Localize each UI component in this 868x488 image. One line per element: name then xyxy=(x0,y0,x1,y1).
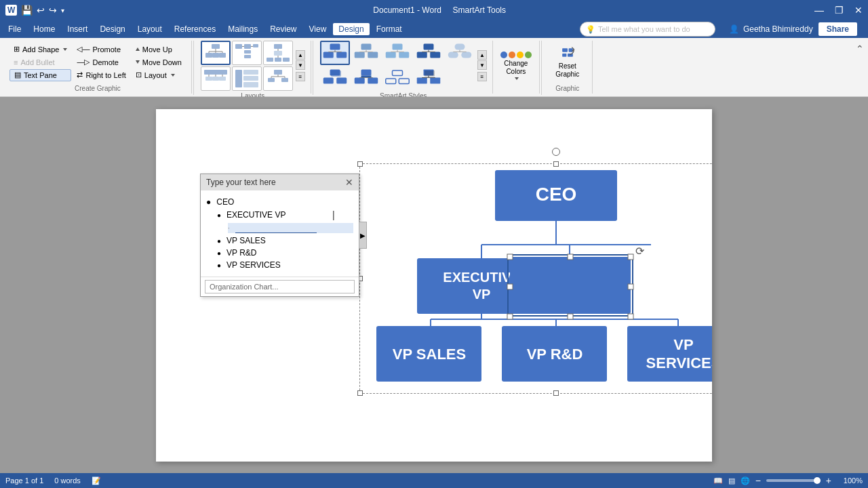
redo-icon[interactable]: ↪ xyxy=(49,5,57,16)
text-pane-button[interactable]: ▤ Text Pane xyxy=(9,69,71,81)
styles-scroll-more[interactable]: ≡ xyxy=(477,72,487,81)
zoom-thumb[interactable] xyxy=(814,477,821,484)
layout-btn-6[interactable] xyxy=(263,66,293,91)
empty-text-input[interactable] xyxy=(235,223,317,233)
user-info[interactable]: 👤 Geetha Bhimireddy xyxy=(729,24,813,34)
smartart-style-8[interactable] xyxy=(382,66,412,91)
list-item-evp[interactable]: ● | xyxy=(206,208,353,222)
menu-file[interactable]: File xyxy=(3,23,26,35)
menu-design[interactable]: Design xyxy=(94,23,130,35)
layout-btn-3[interactable] xyxy=(263,41,293,65)
text-pane-close-button[interactable]: ✕ xyxy=(345,177,353,188)
menu-layout[interactable]: Layout xyxy=(132,23,167,35)
create-graphic-items: ⊞ Add Shape ≡ Add Bullet ▤ Text Pane xyxy=(9,41,186,83)
svg-rect-64 xyxy=(461,52,471,58)
menu-design-smartart[interactable]: Design xyxy=(333,23,369,35)
smartart-style-6[interactable] xyxy=(320,66,350,91)
handle-tm[interactable] xyxy=(553,161,559,167)
moveup-col: Move Up Move Down ⊡ Layout xyxy=(132,43,186,81)
move-up-button[interactable]: Move Up xyxy=(132,43,186,56)
menu-references[interactable]: References xyxy=(169,23,221,35)
ribbon: ⊞ Add Shape ≡ Add Bullet ▤ Text Pane xyxy=(0,38,868,97)
add-bullet-button[interactable]: ≡ Add Bullet xyxy=(9,56,71,68)
menu-insert[interactable]: Insert xyxy=(62,23,93,35)
menu-format[interactable]: Format xyxy=(371,23,408,35)
ceo-bullet: ● xyxy=(206,197,211,207)
text-pane-header[interactable]: Type your text here ✕ xyxy=(201,174,359,190)
smartart-style-1[interactable] xyxy=(320,41,350,65)
zoom-in-icon[interactable]: + xyxy=(826,475,831,486)
create-graphic-label: Create Graphic xyxy=(9,83,186,94)
smartart-style-2[interactable] xyxy=(351,41,381,65)
layouts-scroll-more[interactable]: ≡ xyxy=(296,72,305,81)
collapse-ribbon[interactable]: ⌃ xyxy=(856,41,864,94)
zoom-out-icon[interactable]: − xyxy=(755,475,761,486)
proofing-icon[interactable]: 📝 xyxy=(92,476,101,485)
list-item-ceo[interactable]: ● xyxy=(206,196,353,208)
smartart-style-3[interactable] xyxy=(382,41,412,65)
move-down-button[interactable]: Move Down xyxy=(132,56,186,68)
reset-graphic-button[interactable]: ResetGraphic xyxy=(549,43,587,81)
svg-rect-57 xyxy=(423,44,433,50)
demote-button[interactable]: —▷ Demote xyxy=(73,56,130,68)
layout-btn-1[interactable] xyxy=(201,41,231,65)
close-btn[interactable]: ✕ xyxy=(854,5,863,16)
chart-container[interactable]: CEO EXECUTIVE VP ⟳ xyxy=(359,163,712,394)
smartart-style-5[interactable] xyxy=(445,41,475,65)
vprd-text-input[interactable] xyxy=(226,248,328,258)
minimize-btn[interactable]: — xyxy=(814,5,824,16)
menu-view[interactable]: View xyxy=(304,23,332,35)
customize-icon[interactable]: ▾ xyxy=(61,7,64,14)
smartart-style-4[interactable] xyxy=(414,41,443,65)
vpservices-text-input[interactable] xyxy=(226,260,328,270)
menu-mailings[interactable]: Mailings xyxy=(222,23,263,35)
styles-scroll-down[interactable]: ▼ xyxy=(477,60,487,70)
zoom-slider[interactable] xyxy=(766,479,821,482)
collapse-arrow-icon: ▶ xyxy=(360,232,366,239)
styles-scroll-up[interactable]: ▲ xyxy=(477,50,487,60)
divider-2 xyxy=(313,41,313,95)
smartart-style-7[interactable] xyxy=(351,66,381,91)
svg-rect-27 xyxy=(205,77,212,81)
list-item-vpservices[interactable]: ● xyxy=(206,259,353,271)
layout-btn-2[interactable] xyxy=(232,41,262,65)
restore-btn[interactable]: ❐ xyxy=(835,5,844,16)
handle-bm[interactable] xyxy=(553,390,559,396)
share-button[interactable]: Share xyxy=(818,22,857,36)
layouts-scroll-up[interactable]: ▲ xyxy=(296,50,305,60)
svg-rect-68 xyxy=(323,78,334,84)
layout-button[interactable]: ⊡ Layout xyxy=(132,69,186,81)
page-info: Page 1 of 1 xyxy=(5,476,43,485)
org-chart-input[interactable] xyxy=(205,280,355,293)
tell-me-bar[interactable]: 💡 Tell me what you want to do xyxy=(580,22,715,37)
smartart-style-9[interactable] xyxy=(414,66,443,91)
read-mode-icon[interactable]: 📖 xyxy=(713,476,723,485)
smartart-styles-items: ▲ ▼ ≡ xyxy=(320,41,487,91)
layout-icon: ⊡ xyxy=(136,70,142,79)
handle-tl[interactable] xyxy=(357,161,363,167)
evp-text-input[interactable] xyxy=(226,210,328,220)
layout-btn-5[interactable] xyxy=(232,66,262,91)
vpsales-text-input[interactable] xyxy=(226,236,328,245)
quick-save-icon[interactable]: 💾 xyxy=(21,5,33,16)
print-layout-icon[interactable]: ▤ xyxy=(728,476,735,485)
menu-review[interactable]: Review xyxy=(264,23,302,35)
undo-icon[interactable]: ↩ xyxy=(37,5,45,16)
handle-bl[interactable] xyxy=(357,390,363,396)
text-pane-collapse-button[interactable]: ▶ xyxy=(359,222,367,249)
vpsales-bullet: ● xyxy=(217,237,221,245)
web-layout-icon[interactable]: 🌐 xyxy=(741,476,750,485)
list-item-vpsales[interactable]: ● xyxy=(206,235,353,247)
add-shape-button[interactable]: ⊞ Add Shape xyxy=(9,43,71,56)
right-to-left-button[interactable]: ⇄ Right to Left xyxy=(73,69,130,81)
list-item-vprd[interactable]: ● xyxy=(206,247,353,259)
menu-home[interactable]: Home xyxy=(28,23,60,35)
ceo-text-input[interactable] xyxy=(216,197,318,207)
promote-button[interactable]: ◁— Promote xyxy=(73,43,130,56)
rotate-handle[interactable] xyxy=(552,148,560,156)
list-item-empty[interactable]: · xyxy=(206,222,353,235)
layouts-scroll-down[interactable]: ▼ xyxy=(296,60,305,70)
change-colors-button[interactable]: ChangeColors xyxy=(498,47,534,85)
layout-btn-4[interactable] xyxy=(201,66,231,91)
zoom-level[interactable]: 100% xyxy=(837,476,863,485)
